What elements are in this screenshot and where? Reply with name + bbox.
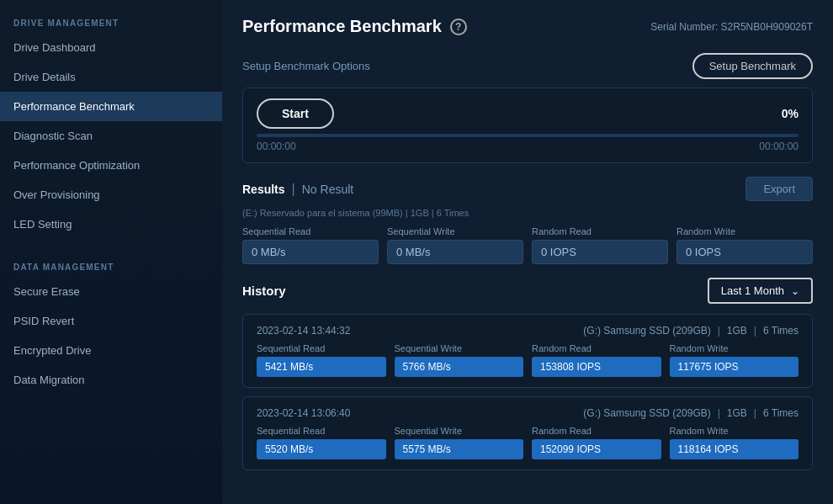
- serial-number: Serial Number: S2R5NB0H909026T: [650, 21, 813, 33]
- sidebar-item-led-setting[interactable]: LED Setting: [0, 210, 222, 239]
- entry-metric-value: 153808 IOPS: [532, 357, 661, 377]
- sidebar-item-label: Data Migration: [13, 374, 85, 386]
- metric-label: Random Read: [532, 226, 668, 236]
- sidebar-item-encrypted-drive[interactable]: Encrypted Drive: [0, 336, 222, 365]
- metric-value: 0 MB/s: [242, 240, 379, 264]
- entry-metric-seq-write: Sequential Write 5766 MB/s: [395, 343, 524, 377]
- history-section: History Last 1 Month ⌄ 2023-02-14 13:44:…: [242, 278, 813, 479]
- entry-size: 1GB: [727, 325, 747, 337]
- sidebar-item-label: Drive Details: [13, 71, 76, 83]
- entry-metric-rand-write: Random Write 118164 IOPS: [670, 426, 799, 459]
- history-title: History: [242, 284, 286, 298]
- results-section: Results | No Result Export (E:) Reservad…: [242, 177, 813, 264]
- entry-metric-rand-read: Random Read 152099 IOPS: [532, 426, 661, 459]
- sidebar-item-diagnostic-scan[interactable]: Diagnostic Scan: [0, 121, 222, 151]
- main-content: Performance Benchmark ? Serial Number: S…: [222, 0, 833, 504]
- entry-metric-seq-read: Sequential Read 5421 MB/s: [257, 343, 386, 377]
- metric-random-write: Random Write 0 IOPS: [676, 226, 813, 264]
- time-elapsed: 00:00:00: [257, 141, 296, 152]
- month-filter-label: Last 1 Month: [721, 284, 784, 297]
- time-remaining: 00:00:00: [759, 141, 799, 152]
- setup-options-label: Setup Benchmark Options: [242, 60, 370, 72]
- entry-timestamp: 2023-02-14 13:44:32: [257, 325, 350, 337]
- metric-label: Random Write: [676, 226, 813, 236]
- sidebar-item-label: LED Setting: [13, 218, 72, 231]
- sidebar-item-performance-benchmark[interactable]: Performance Benchmark: [0, 92, 222, 121]
- entry-metric-value: 117675 IOPS: [670, 357, 799, 377]
- sidebar-item-label: Diagnostic Scan: [13, 130, 93, 142]
- sidebar-item-label: Secure Erase: [13, 285, 80, 298]
- page-header: Performance Benchmark ? Serial Number: S…: [242, 17, 813, 36]
- divider-pipe: |: [292, 182, 295, 197]
- metric-value: 0 IOPS: [532, 240, 668, 264]
- entry-times: 6 Times: [763, 407, 799, 419]
- metric-label: Sequential Write: [387, 226, 523, 236]
- entry-metric-label: Sequential Read: [257, 343, 386, 353]
- sidebar: DRIVE MANAGEMENT Drive Dashboard Drive D…: [0, 0, 222, 504]
- metric-sequential-write: Sequential Write 0 MB/s: [387, 226, 523, 264]
- entry-metric-value: 5421 MB/s: [257, 357, 386, 377]
- export-button[interactable]: Export: [745, 177, 813, 201]
- sidebar-item-psid-revert[interactable]: PSID Revert: [0, 306, 222, 336]
- page-title-row: Performance Benchmark ?: [242, 17, 467, 36]
- sidebar-item-label: Over Provisioning: [13, 188, 100, 201]
- setup-benchmark-button[interactable]: Setup Benchmark: [692, 53, 813, 79]
- sidebar-item-drive-dashboard[interactable]: Drive Dashboard: [0, 33, 222, 62]
- results-header: Results | No Result Export: [242, 177, 813, 201]
- history-entry: 2023-02-14 13:06:40 (G:) Samsung SSD (20…: [242, 396, 813, 470]
- entry-metric-label: Sequential Write: [395, 426, 524, 436]
- entry-metric-value: 5520 MB/s: [257, 439, 386, 459]
- metric-value: 0 MB/s: [387, 240, 523, 264]
- results-label: Results: [242, 183, 285, 196]
- sidebar-item-label: PSID Revert: [13, 315, 74, 327]
- month-filter-dropdown[interactable]: Last 1 Month ⌄: [708, 278, 813, 304]
- sidebar-item-label: Drive Dashboard: [13, 41, 96, 54]
- entry-drive-name: (G:) Samsung SSD (209GB): [583, 407, 710, 419]
- progress-percent: 0%: [782, 107, 799, 120]
- entry-metric-seq-write: Sequential Write 5575 MB/s: [395, 426, 524, 459]
- entry-metric-label: Random Read: [532, 426, 661, 436]
- sidebar-item-label: Performance Optimization: [13, 159, 140, 172]
- metric-label: Sequential Read: [242, 226, 379, 236]
- history-entry: 2023-02-14 13:44:32 (G:) Samsung SSD (20…: [242, 314, 813, 388]
- sidebar-item-label: Performance Benchmark: [13, 100, 135, 113]
- entry-metric-value: 5575 MB/s: [395, 439, 524, 459]
- data-management-label: DATA MANAGEMENT: [0, 252, 222, 277]
- results-metrics-grid: Sequential Read 0 MB/s Sequential Write …: [242, 226, 813, 264]
- metric-sequential-read: Sequential Read 0 MB/s: [242, 226, 379, 264]
- progress-top: Start 0%: [257, 98, 799, 129]
- entry-metric-rand-read: Random Read 153808 IOPS: [532, 343, 661, 377]
- sidebar-item-over-provisioning[interactable]: Over Provisioning: [0, 180, 222, 210]
- entry-metric-value: 5766 MB/s: [395, 357, 524, 377]
- entry-top: 2023-02-14 13:06:40 (G:) Samsung SSD (20…: [257, 407, 799, 419]
- entry-top: 2023-02-14 13:44:32 (G:) Samsung SSD (20…: [257, 325, 799, 337]
- entry-drive-info: (G:) Samsung SSD (209GB) | 1GB | 6 Times: [583, 407, 799, 419]
- result-subtitle: (E:) Reservado para el sistema (99MB) | …: [242, 208, 813, 218]
- help-icon[interactable]: ?: [450, 19, 467, 35]
- entry-metric-label: Random Write: [670, 343, 799, 353]
- metric-random-read: Random Read 0 IOPS: [532, 226, 668, 264]
- progress-times: 00:00:00 00:00:00: [257, 141, 799, 152]
- entry-size: 1GB: [727, 407, 747, 419]
- entry-drive-info: (G:) Samsung SSD (209GB) | 1GB | 6 Times: [583, 325, 799, 337]
- history-header: History Last 1 Month ⌄: [242, 278, 813, 304]
- entry-metric-label: Random Write: [670, 426, 799, 436]
- entry-metrics: Sequential Read 5421 MB/s Sequential Wri…: [257, 343, 799, 377]
- entry-metric-rand-write: Random Write 117675 IOPS: [670, 343, 799, 377]
- entry-times: 6 Times: [763, 325, 799, 337]
- entry-drive-name: (G:) Samsung SSD (209GB): [583, 325, 710, 337]
- entry-metric-label: Sequential Write: [395, 343, 524, 353]
- sidebar-item-data-migration[interactable]: Data Migration: [0, 365, 222, 395]
- sidebar-item-drive-details[interactable]: Drive Details: [0, 62, 222, 92]
- results-status: No Result: [302, 183, 353, 196]
- sidebar-item-secure-erase[interactable]: Secure Erase: [0, 277, 222, 306]
- sidebar-item-label: Encrypted Drive: [13, 344, 91, 357]
- chevron-down-icon: ⌄: [791, 285, 799, 297]
- results-title-row: Results | No Result: [242, 182, 353, 197]
- entry-metric-label: Sequential Read: [257, 426, 386, 436]
- entry-metric-seq-read: Sequential Read 5520 MB/s: [257, 426, 386, 459]
- progress-bar-background: [257, 134, 799, 137]
- sidebar-item-performance-optimization[interactable]: Performance Optimization: [0, 151, 222, 180]
- start-button[interactable]: Start: [257, 98, 334, 129]
- entry-metric-label: Random Read: [532, 343, 661, 353]
